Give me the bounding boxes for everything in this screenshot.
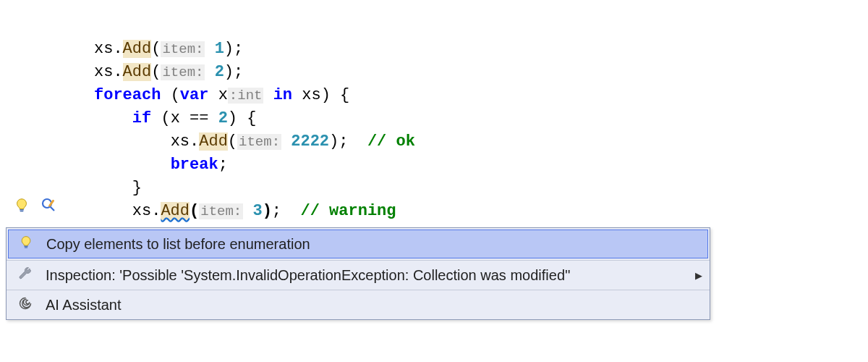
svg-rect-0 — [20, 209, 24, 210]
svg-rect-5 — [25, 245, 28, 246]
code-editor[interactable]: xs.Add(item: 1); xs.Add(item: 2); foreac… — [0, 0, 868, 223]
wrench-icon — [18, 266, 33, 285]
code-line-4: if (x == 2) { — [94, 109, 256, 127]
method-call: Add — [123, 40, 152, 58]
code-line-8: xs.Add(item: 3); // warning — [94, 202, 396, 220]
method-call-warning: Add — [161, 202, 190, 220]
svg-rect-6 — [25, 247, 27, 248]
quick-fix-popup: Copy elements to list before enumeration… — [6, 227, 710, 320]
spiral-icon — [18, 296, 33, 314]
type-hint: :int — [228, 88, 264, 104]
code-line-2: xs.Add(item: 2); — [94, 63, 243, 81]
code-line-1: xs.Add(item: 1); — [94, 40, 243, 58]
lightbulb-icon[interactable] — [13, 197, 30, 214]
popup-item-copy-elements[interactable]: Copy elements to list before enumeration — [8, 230, 708, 258]
code-line-3: foreach (var x:int in xs) { — [94, 86, 349, 104]
method-call: Add — [199, 132, 228, 151]
svg-line-3 — [51, 207, 55, 211]
comment: // warning — [300, 202, 396, 220]
magnifier-pencil-icon[interactable] — [41, 197, 58, 214]
method-call: Add — [123, 63, 152, 81]
code-line-7: } — [94, 179, 142, 197]
code-line-6: break; — [94, 156, 228, 174]
popup-item-inspection[interactable]: Inspection: 'Possible 'System.InvalidOpe… — [7, 261, 710, 290]
popup-item-label: AI Assistant — [46, 297, 122, 313]
popup-item-ai-assistant[interactable]: AI Assistant — [7, 290, 710, 319]
code-line-5: xs.Add(item: 2222); // ok — [94, 132, 415, 151]
param-hint: item: — [161, 64, 205, 80]
comment: // ok — [367, 132, 415, 151]
param-hint: item: — [237, 134, 281, 150]
lightbulb-icon — [19, 235, 33, 253]
popup-item-label: Copy elements to list before enumeration — [46, 236, 310, 253]
chevron-right-icon: ▶ — [695, 270, 702, 281]
param-hint: item: — [199, 203, 243, 219]
svg-rect-1 — [20, 211, 24, 211]
param-hint: item: — [161, 41, 205, 57]
gutter-actions — [13, 197, 58, 214]
popup-item-label: Inspection: 'Possible 'System.InvalidOpe… — [46, 267, 571, 284]
